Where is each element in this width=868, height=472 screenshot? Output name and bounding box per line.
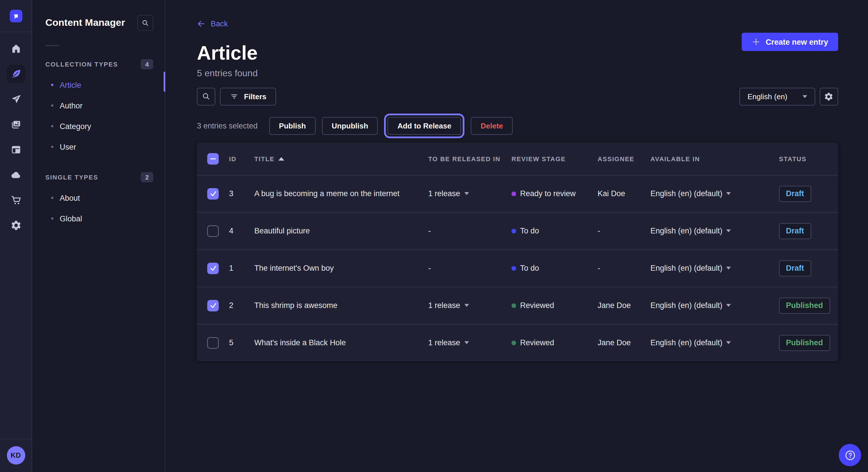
create-button-label: Create new entry [766, 38, 828, 46]
cell-assignee: Kai Doe [598, 189, 650, 198]
delete-button[interactable]: Delete [471, 117, 513, 134]
cart-icon[interactable] [7, 191, 25, 209]
table-row[interactable]: 1 The internet's Own boy - To do - Engli… [197, 249, 838, 286]
status-badge: Published [779, 297, 830, 313]
layout-icon[interactable] [7, 140, 25, 159]
sidebar-item-label: About [60, 194, 80, 202]
sidebar-item-global[interactable]: Global [32, 208, 165, 229]
help-button[interactable] [839, 444, 861, 466]
release-value: 1 release [428, 301, 460, 310]
release-chevron [464, 341, 469, 344]
subnav-search-button[interactable] [137, 15, 153, 31]
cell-release[interactable]: - [428, 227, 512, 235]
check-icon [209, 302, 217, 309]
cloud-icon[interactable] [7, 166, 25, 184]
sidebar-item-user[interactable]: User [32, 136, 165, 157]
status-badge: Draft [779, 223, 811, 239]
cell-title: The internet's Own boy [254, 264, 428, 272]
single-types-label: SINGLE TYPES [45, 174, 98, 181]
chevron-down-icon [726, 341, 731, 344]
indeterminate-dash-icon [210, 158, 216, 159]
review-stage-dot [512, 303, 516, 308]
list-toolbar: Filters English (en) [197, 88, 838, 105]
search-button[interactable] [197, 88, 215, 105]
bullet-icon [51, 146, 53, 148]
bullet-icon [51, 217, 53, 220]
column-header-title-label: TITLE [254, 155, 274, 162]
column-header-assignee[interactable]: ASSIGNEE [598, 155, 650, 162]
check-icon [209, 190, 217, 197]
sidebar-item-label: Category [60, 122, 91, 131]
filter-icon [229, 92, 239, 101]
sidebar-item-about[interactable]: About [32, 188, 165, 208]
column-header-status[interactable]: STATUS [779, 155, 830, 162]
entries-count: 5 entries found [197, 67, 838, 79]
list-settings-button[interactable] [819, 88, 838, 105]
chevron-down-icon [726, 229, 731, 232]
images-icon[interactable] [7, 115, 25, 134]
sidebar-item-article[interactable]: Article [32, 74, 165, 95]
single-types-section: SINGLE TYPES 2 About Global [32, 171, 165, 229]
cell-assignee: Jane Doe [598, 301, 650, 310]
sidebar-item-author[interactable]: Author [32, 95, 165, 116]
user-avatar[interactable]: KD [7, 446, 25, 465]
column-header-title[interactable]: TITLE [254, 155, 428, 162]
column-header-release[interactable]: TO BE RELEASED IN [428, 155, 512, 162]
table-row[interactable]: 2 This shrimp is awesome 1 release Revie… [197, 286, 838, 324]
publish-button[interactable]: Publish [269, 117, 316, 134]
cell-release[interactable]: 1 release [428, 189, 512, 198]
create-new-entry-button[interactable]: Create new entry [741, 33, 838, 51]
add-to-release-label: Add to Release [398, 121, 452, 130]
row-checkbox[interactable] [207, 225, 219, 237]
cell-title: This shrimp is awesome [254, 301, 428, 310]
publish-label: Publish [279, 121, 306, 130]
row-checkbox[interactable] [207, 262, 219, 274]
cell-id: 4 [229, 227, 254, 235]
review-stage-dot [512, 229, 516, 233]
sidebar-item-category[interactable]: Category [32, 116, 165, 136]
add-to-release-button[interactable]: Add to Release [388, 117, 461, 134]
row-checkbox[interactable] [207, 300, 219, 311]
release-value: - [428, 264, 431, 272]
cell-locale[interactable]: English (en) (default) [650, 301, 779, 310]
locale-select[interactable]: English (en) [739, 88, 815, 105]
table-row[interactable]: 3 A bug is becoming a meme on the intern… [197, 175, 838, 212]
cell-locale[interactable]: English (en) (default) [650, 189, 779, 198]
cell-review-stage: Ready to review [512, 189, 598, 198]
cell-title: Beautiful picture [254, 227, 428, 235]
row-checkbox[interactable] [207, 188, 219, 199]
search-icon [141, 19, 149, 27]
paper-plane-icon[interactable] [7, 90, 25, 108]
back-link[interactable]: Back [197, 19, 228, 28]
unpublish-button[interactable]: Unpublish [322, 117, 378, 134]
table-row[interactable]: 4 Beautiful picture - To do - English (e… [197, 212, 838, 249]
select-all-checkbox[interactable] [207, 153, 219, 164]
subnav-title: Content Manager [45, 17, 125, 29]
cell-id: 5 [229, 338, 254, 347]
gear-icon [824, 92, 834, 101]
back-label: Back [211, 19, 228, 28]
table-row[interactable]: 5 What's inside a Black Hole 1 release R… [197, 324, 838, 361]
cell-review-stage: To do [512, 264, 598, 272]
home-icon[interactable] [7, 40, 25, 58]
gear-icon[interactable] [7, 216, 25, 235]
cell-locale[interactable]: English (en) (default) [650, 264, 779, 272]
cell-release[interactable]: 1 release [428, 301, 512, 310]
row-checkbox[interactable] [207, 337, 219, 348]
cell-review-stage: Reviewed [512, 301, 598, 310]
rail-footer: KD [0, 439, 32, 472]
filters-button[interactable]: Filters [220, 88, 276, 105]
rail-footer-divider [0, 439, 32, 439]
status-badge: Draft [779, 260, 811, 276]
locale-value: English (en) (default) [650, 338, 722, 347]
delete-label: Delete [480, 121, 503, 130]
column-header-available-in[interactable]: AVAILABLE IN [650, 155, 779, 162]
column-header-review-stage[interactable]: REVIEW STAGE [512, 155, 598, 162]
cell-release[interactable]: 1 release [428, 338, 512, 347]
cell-release[interactable]: - [428, 264, 512, 272]
strapi-logo[interactable] [9, 10, 22, 22]
cell-locale[interactable]: English (en) (default) [650, 227, 779, 235]
column-header-id[interactable]: ID [229, 155, 254, 162]
cell-locale[interactable]: English (en) (default) [650, 338, 779, 347]
feather-icon[interactable] [7, 65, 25, 83]
